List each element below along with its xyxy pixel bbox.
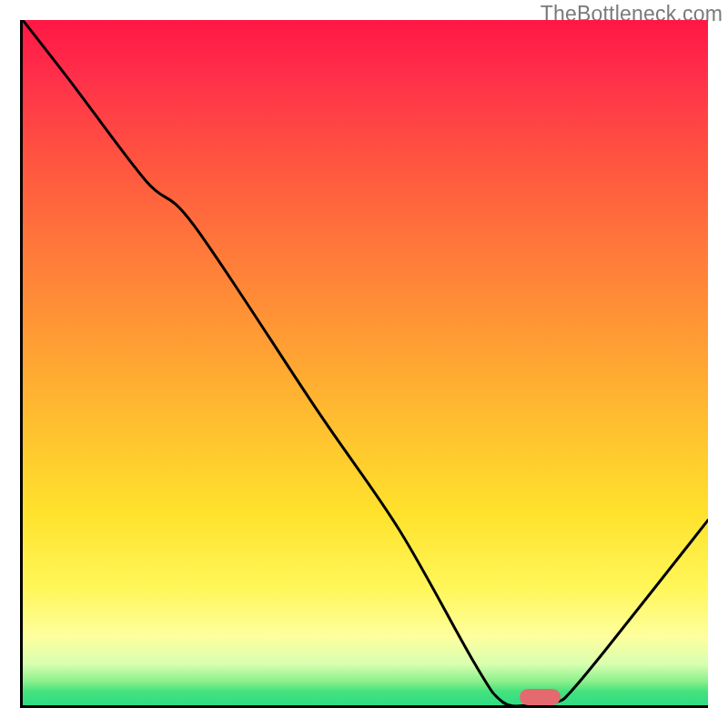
- bottleneck-curve: [23, 20, 708, 705]
- sweet-spot-marker: [520, 689, 561, 705]
- plot-area: [20, 20, 708, 708]
- bottleneck-chart: TheBottleneck.com: [0, 0, 728, 728]
